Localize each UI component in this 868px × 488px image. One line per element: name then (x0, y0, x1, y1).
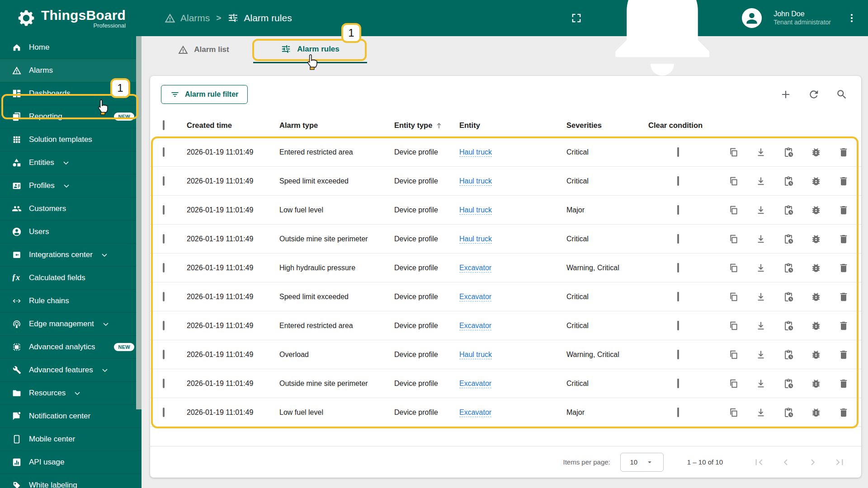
export-icon[interactable] (755, 349, 766, 360)
table-row[interactable]: 2026-01-19 11:01:49 Speed limit exceeded… (150, 282, 861, 311)
row-checkbox[interactable] (163, 408, 165, 417)
add-icon[interactable] (780, 89, 792, 100)
delete-icon[interactable] (838, 291, 849, 302)
notifications-button[interactable]: 21 (594, 0, 730, 86)
pending-icon[interactable] (783, 263, 794, 273)
row-checkbox[interactable] (163, 263, 165, 272)
pending-icon[interactable] (783, 176, 794, 187)
sidebar-item[interactable]: Reporting NEW (0, 105, 142, 128)
debug-icon[interactable] (811, 205, 821, 216)
column-header-created-time[interactable]: Created time (187, 121, 279, 130)
export-icon[interactable] (755, 234, 766, 244)
debug-icon[interactable] (811, 291, 821, 302)
clear-condition-checkbox[interactable] (677, 234, 679, 244)
copy-icon[interactable] (728, 176, 739, 187)
pending-icon[interactable] (783, 407, 794, 418)
sidebar-item[interactable]: Integrations center (0, 244, 142, 267)
pending-icon[interactable] (783, 378, 794, 389)
delete-icon[interactable] (838, 407, 849, 418)
sidebar-item[interactable]: Home (0, 36, 142, 59)
column-header-entity-type[interactable]: Entity type (394, 121, 459, 130)
row-checkbox[interactable] (163, 350, 165, 359)
clear-condition-checkbox[interactable] (677, 408, 679, 417)
export-icon[interactable] (755, 205, 766, 216)
column-header-entity[interactable]: Entity (459, 121, 566, 130)
delete-icon[interactable] (838, 378, 849, 389)
refresh-icon[interactable] (808, 89, 820, 100)
table-row[interactable]: 2026-01-19 11:01:49 Low fuel level Devic… (150, 196, 861, 225)
table-row[interactable]: 2026-01-19 11:01:49 Outside mine site pe… (150, 225, 861, 253)
delete-icon[interactable] (838, 176, 849, 187)
delete-icon[interactable] (838, 349, 849, 360)
pending-icon[interactable] (783, 147, 794, 158)
copy-icon[interactable] (728, 147, 739, 158)
sidebar-item[interactable]: Customers (0, 197, 142, 221)
export-icon[interactable] (755, 320, 766, 331)
entity-link[interactable]: Haul truck (459, 177, 492, 186)
export-icon[interactable] (755, 378, 766, 389)
copy-icon[interactable] (728, 205, 739, 216)
last-page-icon[interactable] (834, 456, 846, 468)
kebab-icon[interactable] (846, 13, 857, 23)
entity-link[interactable]: Haul truck (459, 206, 492, 215)
column-header-clear-condition[interactable]: Clear condition (648, 121, 724, 130)
select-all-checkbox[interactable] (163, 120, 165, 130)
table-row[interactable]: 2026-01-19 11:01:49 High hydraulic press… (150, 253, 861, 282)
alarm-rule-filter-button[interactable]: Alarm rule filter (161, 85, 248, 104)
pending-icon[interactable] (783, 234, 794, 244)
first-page-icon[interactable] (753, 456, 764, 468)
search-icon[interactable] (836, 89, 848, 100)
clear-condition-checkbox[interactable] (677, 205, 679, 215)
debug-icon[interactable] (811, 320, 821, 331)
table-row[interactable]: 2026-01-19 11:01:49 Entered restricted a… (150, 311, 861, 340)
delete-icon[interactable] (838, 147, 849, 158)
entity-link[interactable]: Excavator (459, 408, 491, 417)
sidebar-item[interactable]: Users (0, 221, 142, 244)
export-icon[interactable] (755, 176, 766, 187)
sidebar-item[interactable]: Mobile center (0, 428, 142, 451)
sidebar-item[interactable]: Edge management (0, 313, 142, 336)
pending-icon[interactable] (783, 320, 794, 331)
copy-icon[interactable] (728, 378, 739, 389)
sidebar-item[interactable]: Solution templates (0, 128, 142, 151)
clear-condition-checkbox[interactable] (677, 321, 679, 330)
clear-condition-checkbox[interactable] (677, 292, 679, 301)
row-checkbox[interactable] (163, 321, 165, 330)
debug-icon[interactable] (811, 407, 821, 418)
sidebar-item[interactable]: Entities (0, 151, 142, 174)
row-checkbox[interactable] (163, 234, 165, 244)
sidebar-item[interactable]: Profiles (0, 174, 142, 197)
table-row[interactable]: 2026-01-19 11:01:49 Low fuel level Devic… (150, 398, 861, 427)
breadcrumb-alarm-rules[interactable]: Alarm rules (227, 12, 292, 24)
table-row[interactable]: 2026-01-19 11:01:49 Entered restricted a… (150, 138, 861, 167)
delete-icon[interactable] (838, 234, 849, 244)
debug-icon[interactable] (811, 349, 821, 360)
export-icon[interactable] (755, 291, 766, 302)
row-checkbox[interactable] (163, 292, 165, 301)
debug-icon[interactable] (811, 378, 821, 389)
copy-icon[interactable] (728, 234, 739, 244)
fullscreen-icon[interactable] (570, 12, 583, 24)
delete-icon[interactable] (838, 205, 849, 216)
user-info[interactable]: John Doe Tenant administrator (774, 9, 831, 27)
row-checkbox[interactable] (163, 147, 165, 157)
row-checkbox[interactable] (163, 205, 165, 215)
sidebar-item[interactable]: ƒx Calculated fields (0, 267, 142, 290)
sidebar-item[interactable]: Advanced features (0, 359, 142, 382)
avatar[interactable] (742, 8, 762, 28)
breadcrumb-alarms[interactable]: Alarms (164, 12, 210, 24)
entity-link[interactable]: Haul truck (459, 148, 492, 157)
debug-icon[interactable] (811, 234, 821, 244)
column-header-severities[interactable]: Severities (566, 121, 648, 130)
sidebar-item[interactable]: Notification center (0, 405, 142, 428)
pending-icon[interactable] (783, 291, 794, 302)
pending-icon[interactable] (783, 349, 794, 360)
sidebar-item[interactable]: API usage (0, 451, 142, 474)
row-checkbox[interactable] (163, 176, 165, 186)
sidebar-scrollbar[interactable] (136, 36, 142, 409)
row-checkbox[interactable] (163, 379, 165, 388)
debug-icon[interactable] (811, 263, 821, 273)
table-row[interactable]: 2026-01-19 11:01:49 Overload Device prof… (150, 340, 861, 369)
column-header-alarm-type[interactable]: Alarm type (279, 121, 394, 130)
sidebar-item[interactable]: Rule chains (0, 290, 142, 313)
